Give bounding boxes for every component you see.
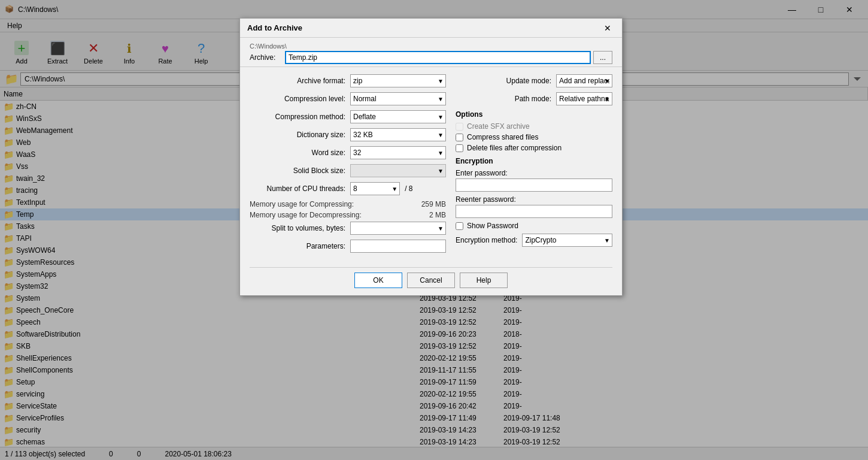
- dictionary-size-label: Dictionary size:: [250, 131, 345, 139]
- split-select[interactable]: [350, 222, 446, 235]
- solid-block-select[interactable]: [350, 164, 446, 177]
- cpu-threads-select-wrapper: 8421 ▼: [350, 182, 400, 195]
- archive-section: C:\Windows\ Archive: ...: [240, 38, 622, 67]
- update-mode-select[interactable]: Add and replace files Update and add fil…: [556, 74, 612, 87]
- archive-input-wrapper: [285, 51, 591, 64]
- cpu-threads-max: / 8: [405, 184, 412, 193]
- options-title: Options: [456, 110, 612, 119]
- dictionary-size-select-wrapper: 32 KB64 KB128 KB ▼: [350, 128, 446, 141]
- dialog-button-row: OK Cancel Help: [250, 267, 612, 288]
- compression-method-select-wrapper: DeflateDeflate64BZip2LZMA ▼: [350, 110, 446, 123]
- dictionary-size-select[interactable]: 32 KB64 KB128 KB: [350, 128, 446, 141]
- path-mode-label: Path mode:: [456, 95, 551, 103]
- reenter-password-input[interactable]: [456, 205, 612, 218]
- compression-level-select[interactable]: StoreFastestFastNormalMaximumUltra: [350, 92, 446, 105]
- archive-label: Archive:: [250, 53, 283, 62]
- compression-level-label: Compression level:: [250, 95, 345, 103]
- left-col: Archive format: zip7ztargz ▼ Compression…: [250, 74, 446, 258]
- shared-option-row: Compress shared files: [456, 133, 612, 141]
- archive-browse-button[interactable]: ...: [593, 51, 612, 64]
- path-mode-select-wrapper: Relative pathnames Full pathnames No pat…: [556, 92, 612, 105]
- archive-input[interactable]: [285, 51, 591, 64]
- solid-block-select-wrapper: ▼: [350, 164, 446, 177]
- split-label: Split to volumes, bytes:: [250, 224, 345, 232]
- dialog-title-text: Add to Archive: [247, 23, 302, 32]
- word-size-label: Word size:: [250, 149, 345, 157]
- memory-decompress-label: Memory usage for Decompressing:: [250, 211, 362, 219]
- enter-password-input[interactable]: [456, 178, 612, 192]
- reenter-password-row: Reenter password:: [456, 195, 612, 218]
- format-label: Archive format:: [250, 77, 345, 85]
- memory-decompress-value: 2 MB: [429, 211, 446, 219]
- main-window: 📦 C:\Windows\ — □ ✕ Help + Add ⬛: [0, 0, 868, 460]
- dialog-help-button[interactable]: Help: [460, 273, 508, 288]
- word-size-select[interactable]: 3264128: [350, 146, 446, 159]
- compression-method-label: Compression method:: [250, 113, 345, 121]
- split-row: Split to volumes, bytes: ▼: [250, 222, 446, 235]
- compression-method-row: Compression method: DeflateDeflate64BZip…: [250, 110, 446, 123]
- cpu-threads-row: Number of CPU threads: 8421 ▼ / 8: [250, 182, 446, 195]
- path-mode-select[interactable]: Relative pathnames Full pathnames No pat…: [556, 92, 612, 105]
- dialog-columns: Archive format: zip7ztargz ▼ Compression…: [250, 74, 612, 258]
- right-col: Update mode: Add and replace files Updat…: [456, 74, 612, 258]
- delete-option-row: Delete files after compression: [456, 144, 612, 152]
- dialog-title-bar: Add to Archive ✕: [240, 19, 622, 38]
- archive-path-display: C:\Windows\: [250, 43, 612, 50]
- show-password-checkbox[interactable]: [456, 222, 463, 230]
- parameters-input[interactable]: [350, 240, 446, 253]
- compression-method-select[interactable]: DeflateDeflate64BZip2LZMA: [350, 110, 446, 123]
- dictionary-size-row: Dictionary size: 32 KB64 KB128 KB ▼: [250, 128, 446, 141]
- update-mode-label: Update mode:: [456, 77, 551, 85]
- dialog-body: Archive format: zip7ztargz ▼ Compression…: [240, 67, 622, 295]
- encryption-section: Encryption Enter password: Reenter passw…: [456, 157, 612, 247]
- encryption-method-select-wrapper: ZipCrypto AES-128 AES-192 AES-256 ▼: [522, 234, 612, 247]
- show-password-label: Show Password: [467, 222, 518, 230]
- cpu-threads-select[interactable]: 8421: [350, 182, 400, 195]
- split-select-wrapper: ▼: [350, 222, 446, 235]
- format-select[interactable]: zip7ztargz: [350, 74, 446, 87]
- solid-block-label: Solid Block size:: [250, 167, 345, 175]
- enter-password-label: Enter password:: [456, 169, 612, 177]
- delete-checkbox[interactable]: [456, 144, 463, 152]
- modal-overlay: Add to Archive ✕ C:\Windows\ Archive: ..…: [0, 0, 868, 460]
- show-password-row: Show Password: [456, 222, 612, 230]
- encryption-method-label: Encryption method:: [456, 236, 517, 244]
- cancel-button[interactable]: Cancel: [407, 273, 455, 288]
- encryption-title: Encryption: [456, 157, 612, 165]
- solid-block-row: Solid Block size: ▼: [250, 164, 446, 177]
- update-mode-select-wrapper: Add and replace files Update and add fil…: [556, 74, 612, 87]
- enter-password-row: Enter password:: [456, 169, 612, 192]
- update-mode-row: Update mode: Add and replace files Updat…: [456, 74, 612, 87]
- compression-level-select-wrapper: StoreFastestFastNormalMaximumUltra ▼: [350, 92, 446, 105]
- memory-compress-row: Memory usage for Compressing: 259 MB: [250, 200, 446, 208]
- path-mode-row: Path mode: Relative pathnames Full pathn…: [456, 92, 612, 105]
- word-size-select-wrapper: 3264128 ▼: [350, 146, 446, 159]
- sfx-checkbox[interactable]: [456, 123, 463, 131]
- shared-label: Compress shared files: [467, 133, 538, 141]
- delete-label: Delete files after compression: [467, 144, 562, 152]
- memory-decompress-row: Memory usage for Decompressing: 2 MB: [250, 211, 446, 219]
- ok-button[interactable]: OK: [354, 273, 402, 288]
- format-select-wrapper: zip7ztargz ▼: [350, 74, 446, 87]
- memory-compress-value: 259 MB: [421, 200, 446, 208]
- format-row: Archive format: zip7ztargz ▼: [250, 74, 446, 87]
- shared-checkbox[interactable]: [456, 134, 463, 141]
- compression-level-row: Compression level: StoreFastestFastNorma…: [250, 92, 446, 105]
- archive-input-row: Archive: ...: [250, 51, 612, 64]
- sfx-label: Create SFX archive: [467, 122, 530, 131]
- word-size-row: Word size: 3264128 ▼: [250, 146, 446, 159]
- memory-compress-label: Memory usage for Compressing:: [250, 200, 354, 208]
- cpu-threads-label: Number of CPU threads:: [250, 184, 345, 193]
- encryption-method-select[interactable]: ZipCrypto AES-128 AES-192 AES-256: [522, 234, 612, 247]
- dialog-close-button[interactable]: ✕: [600, 21, 615, 35]
- parameters-label: Parameters:: [250, 242, 345, 250]
- add-to-archive-dialog: Add to Archive ✕ C:\Windows\ Archive: ..…: [239, 18, 623, 296]
- parameters-row: Parameters:: [250, 240, 446, 253]
- sfx-option-row: Create SFX archive: [456, 122, 612, 131]
- encryption-method-row: Encryption method: ZipCrypto AES-128 AES…: [456, 234, 612, 247]
- reenter-password-label: Reenter password:: [456, 195, 612, 204]
